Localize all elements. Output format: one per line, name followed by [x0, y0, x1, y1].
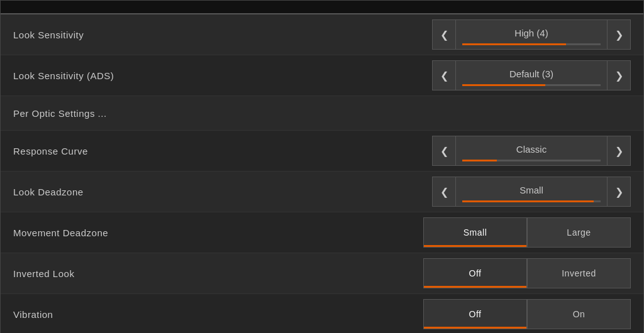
setting-row-response-curve: Response Curve❮Classic❯: [1, 131, 643, 172]
value-display-look-sensitivity-ads: Default (3): [456, 60, 607, 90]
setting-row-look-sensitivity: Look Sensitivity❮High (4)❯: [1, 14, 643, 55]
indicator-bar-look-sensitivity-ads: [456, 84, 607, 86]
label-movement-deadzone: Movement Deadzone: [13, 227, 108, 238]
indicator-bar-look-deadzone: [456, 200, 607, 202]
arrow-control-look-deadzone: ❮Small❯: [432, 177, 631, 207]
arrow-control-look-sensitivity: ❮High (4)❯: [432, 19, 631, 50]
toggle-btn-inverted-look-off[interactable]: Off: [423, 258, 527, 288]
label-vibration: Vibration: [13, 309, 53, 320]
toggle-btn-movement-deadzone-small[interactable]: Small: [423, 217, 527, 248]
arrow-control-look-sensitivity-ads: ❮Default (3)❯: [432, 60, 631, 90]
value-display-look-sensitivity: High (4): [456, 19, 607, 50]
value-text-look-sensitivity-ads: Default (3): [509, 68, 553, 79]
indicator-bar-response-curve: [456, 160, 607, 161]
arrow-control-response-curve: ❮Classic❯: [432, 136, 631, 166]
label-look-sensitivity: Look Sensitivity: [13, 30, 84, 40]
setting-row-look-sensitivity-ads: Look Sensitivity (ADS)❮Default (3)❯: [1, 55, 643, 96]
arrow-left-look-sensitivity[interactable]: ❮: [432, 19, 456, 50]
toggle-control-vibration: OffOn: [423, 299, 631, 329]
setting-row-inverted-look: Inverted LookOffInverted: [1, 253, 643, 294]
arrow-left-look-deadzone[interactable]: ❮: [432, 177, 456, 207]
setting-row-vibration: VibrationOffOn: [1, 294, 643, 333]
label-inverted-look: Inverted Look: [13, 268, 74, 279]
setting-row-look-deadzone: Look Deadzone❮Small❯: [1, 172, 643, 212]
arrow-left-look-sensitivity-ads[interactable]: ❮: [432, 60, 456, 90]
value-text-look-deadzone: Small: [519, 185, 543, 195]
value-text-look-sensitivity: High (4): [514, 28, 548, 38]
setting-row-movement-deadzone: Movement DeadzoneSmallLarge: [1, 212, 643, 253]
arrow-right-look-sensitivity-ads[interactable]: ❯: [607, 60, 631, 90]
per-optic-label: Per Optic Settings ...: [13, 108, 107, 119]
label-look-sensitivity-ads: Look Sensitivity (ADS): [13, 70, 114, 81]
settings-list: Look Sensitivity❮High (4)❯Look Sensitivi…: [1, 14, 643, 333]
label-response-curve: Response Curve: [13, 146, 88, 156]
main-container: Look Sensitivity❮High (4)❯Look Sensitivi…: [0, 0, 644, 333]
value-text-response-curve: Classic: [516, 144, 547, 155]
toggle-btn-movement-deadzone-large[interactable]: Large: [527, 217, 631, 248]
per-optic-row[interactable]: Per Optic Settings ...: [1, 96, 643, 131]
label-look-deadzone: Look Deadzone: [13, 187, 84, 197]
arrow-right-look-sensitivity[interactable]: ❯: [607, 19, 631, 50]
value-display-response-curve: Classic: [456, 136, 607, 166]
indicator-bar-look-sensitivity: [456, 43, 607, 45]
arrow-right-look-deadzone[interactable]: ❯: [607, 177, 631, 207]
toggle-btn-vibration-on[interactable]: On: [527, 299, 631, 329]
value-display-look-deadzone: Small: [456, 177, 607, 207]
arrow-right-response-curve[interactable]: ❯: [607, 136, 631, 166]
toggle-btn-vibration-off[interactable]: Off: [423, 299, 527, 329]
toggle-btn-inverted-look-inverted[interactable]: Inverted: [527, 258, 631, 288]
toggle-control-inverted-look: OffInverted: [423, 258, 631, 288]
arrow-left-response-curve[interactable]: ❮: [432, 136, 456, 166]
section-header: [1, 1, 643, 14]
toggle-control-movement-deadzone: SmallLarge: [423, 217, 631, 248]
